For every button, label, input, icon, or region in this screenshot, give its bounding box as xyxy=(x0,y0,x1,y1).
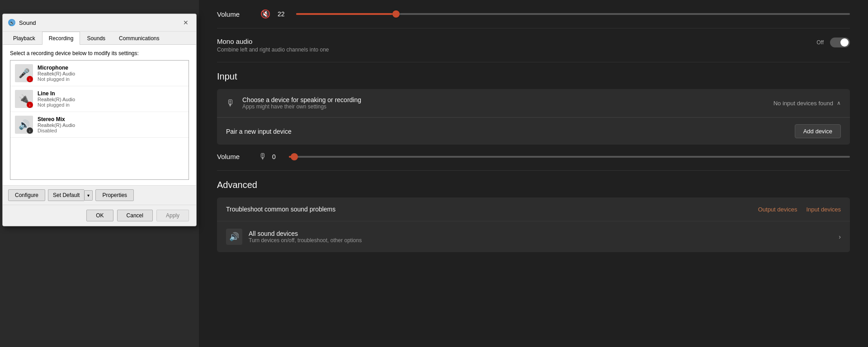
all-sound-info: All sound devices Turn devices on/off, t… xyxy=(249,230,362,244)
input-section: Input 🎙 Choose a device for speaking or … xyxy=(217,62,850,171)
mono-toggle-label: Off xyxy=(816,39,824,46)
advanced-card: Troubleshoot common sound problems Outpu… xyxy=(217,197,850,252)
output-volume-row: Volume 🔇 22 xyxy=(217,9,850,19)
all-sound-title: All sound devices xyxy=(249,230,362,237)
dialog-tabs: Playback Recording Sounds Communications xyxy=(3,32,196,45)
sound-dialog-icon: 🔊 xyxy=(8,19,15,26)
tab-sounds[interactable]: Sounds xyxy=(80,32,112,45)
input-volume-row: Volume 🎙 0 xyxy=(217,152,850,161)
properties-button[interactable]: Properties xyxy=(95,189,134,201)
tab-communications[interactable]: Communications xyxy=(112,32,166,45)
sound-dialog: 🔊 Sound ✕ Playback Recording Sounds Comm… xyxy=(2,14,197,226)
linein-name: Line In xyxy=(38,90,75,97)
input-device-title: Choose a device for speaking or recordin… xyxy=(242,96,361,103)
device-list: 🎤 ↓ Microphone Realtek(R) Audio Not plug… xyxy=(10,60,189,180)
stereomix-sub: Realtek(R) Audio xyxy=(38,122,75,128)
pair-device-label: Pair a new input device xyxy=(226,128,292,135)
advanced-section: Advanced Troubleshoot common sound probl… xyxy=(217,171,850,261)
output-volume-section: Volume 🔇 22 xyxy=(217,0,850,28)
output-mute-icon[interactable]: 🔇 xyxy=(260,9,270,19)
dialog-title: Sound xyxy=(19,19,36,26)
configure-button[interactable]: Configure xyxy=(8,189,45,201)
troubleshoot-links: Output devices Input devices xyxy=(758,206,841,213)
output-volume-slider[interactable] xyxy=(296,13,850,15)
linein-status: Not plugged in xyxy=(38,102,75,108)
microphone-status: Not plugged in xyxy=(38,76,75,82)
input-volume-label: Volume xyxy=(217,153,253,160)
mono-audio-description: Combine left and right audio channels in… xyxy=(217,47,329,53)
stereomix-name: Stereo Mix xyxy=(38,116,75,122)
stereomix-info: Stereo Mix Realtek(R) Audio Disabled xyxy=(38,116,75,133)
all-sound-devices-row[interactable]: 🔊 All sound devices Turn devices on/off,… xyxy=(217,221,850,252)
add-device-button[interactable]: Add device xyxy=(795,124,841,138)
input-device-desc: Apps might have their own settings xyxy=(242,103,361,110)
output-volume-label: Volume xyxy=(217,10,253,18)
linein-sub: Realtek(R) Audio xyxy=(38,97,75,102)
device-item-stereomix[interactable]: 🔊 ↓ Stereo Mix Realtek(R) Audio Disabled xyxy=(10,112,189,138)
stereomix-badge: ↓ xyxy=(27,127,33,134)
dialog-footer: OK Cancel Apply xyxy=(3,205,196,226)
dialog-close-button[interactable]: ✕ xyxy=(181,18,191,28)
set-default-button[interactable]: Set Default xyxy=(48,189,84,201)
input-volume-icon: 🎙 xyxy=(259,152,267,161)
troubleshoot-row: Troubleshoot common sound problems Outpu… xyxy=(217,197,850,221)
pair-device-row: Pair a new input device Add device xyxy=(217,117,850,145)
mono-audio-left: Mono audio Combine left and right audio … xyxy=(217,38,329,53)
device-item-linein[interactable]: 🔌 ↓ Line In Realtek(R) Audio Not plugged… xyxy=(10,86,189,112)
linein-badge: ↓ xyxy=(27,102,33,108)
mono-audio-toggle-wrapper: Off xyxy=(816,38,850,47)
microphone-name: Microphone xyxy=(38,65,75,71)
troubleshoot-label: Troubleshoot common sound problems xyxy=(226,206,335,213)
stereomix-status: Disabled xyxy=(38,128,75,133)
mono-audio-section: Mono audio Combine left and right audio … xyxy=(217,28,850,62)
ok-button[interactable]: OK xyxy=(86,210,113,221)
all-sound-icon: 🔊 xyxy=(226,229,242,245)
settings-panel: Volume 🔇 22 Mono audio Combine left and … xyxy=(199,0,868,347)
all-sound-chevron-right-icon: › xyxy=(839,233,841,240)
dialog-body: Select a recording device below to modif… xyxy=(3,45,196,185)
apply-button[interactable]: Apply xyxy=(156,210,189,221)
input-chevron-down-icon[interactable]: ∧ xyxy=(837,100,841,106)
input-mic-icon: 🎙 xyxy=(226,98,235,108)
set-default-wrapper: Set Default ▾ xyxy=(48,189,93,201)
microphone-icon: 🎤 ↓ xyxy=(15,64,33,82)
mono-audio-title: Mono audio xyxy=(217,38,329,45)
input-devices-link[interactable]: Input devices xyxy=(806,206,841,213)
input-device-chooser-row[interactable]: 🎙 Choose a device for speaking or record… xyxy=(217,89,850,117)
input-section-header: Input xyxy=(217,71,850,82)
input-device-card: 🎙 Choose a device for speaking or record… xyxy=(217,89,850,145)
no-devices-text: No input devices found xyxy=(774,100,833,107)
input-volume-section: Volume 🎙 0 xyxy=(217,152,850,161)
dialog-titlebar: 🔊 Sound ✕ xyxy=(3,14,196,32)
dialog-title-left: 🔊 Sound xyxy=(8,19,36,26)
dialog-actions: Configure Set Default ▾ Properties xyxy=(3,185,196,205)
all-sound-description: Turn devices on/off, troubleshoot, other… xyxy=(249,237,362,244)
linein-icon: 🔌 ↓ xyxy=(15,90,33,108)
input-volume-number: 0 xyxy=(272,153,283,160)
microphone-info: Microphone Realtek(R) Audio Not plugged … xyxy=(38,65,75,82)
mono-audio-row: Mono audio Combine left and right audio … xyxy=(217,38,850,53)
linein-info: Line In Realtek(R) Audio Not plugged in xyxy=(38,90,75,108)
input-device-info: Choose a device for speaking or recordin… xyxy=(242,96,361,110)
dialog-overlay: 🔊 Sound ✕ Playback Recording Sounds Comm… xyxy=(0,0,199,347)
microphone-sub: Realtek(R) Audio xyxy=(38,71,75,76)
input-device-right: No input devices found ∧ xyxy=(774,100,841,107)
dialog-instruction: Select a recording device below to modif… xyxy=(10,50,189,56)
advanced-section-header: Advanced xyxy=(217,180,850,190)
mono-audio-toggle[interactable] xyxy=(830,38,850,47)
microphone-badge: ↓ xyxy=(27,76,33,82)
tab-recording[interactable]: Recording xyxy=(42,32,80,45)
output-devices-link[interactable]: Output devices xyxy=(758,206,797,213)
input-volume-slider[interactable] xyxy=(289,156,850,158)
stereomix-icon: 🔊 ↓ xyxy=(15,116,33,134)
output-volume-number: 22 xyxy=(278,10,289,18)
cancel-button[interactable]: Cancel xyxy=(117,210,153,221)
set-default-arrow[interactable]: ▾ xyxy=(84,190,93,201)
toggle-knob xyxy=(840,38,849,47)
tab-playback[interactable]: Playback xyxy=(6,32,42,45)
device-item-microphone[interactable]: 🎤 ↓ Microphone Realtek(R) Audio Not plug… xyxy=(10,61,189,86)
